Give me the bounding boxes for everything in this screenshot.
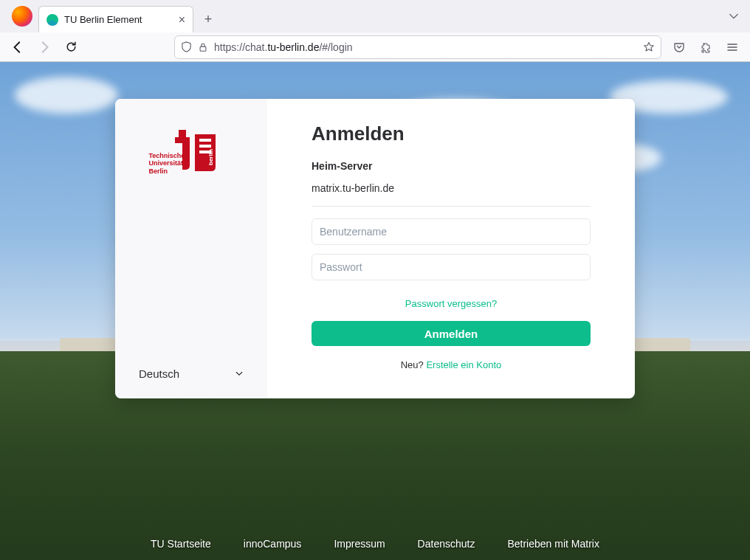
language-label: Deutsch (139, 367, 179, 380)
tab-title: TU Berlin Element (64, 14, 173, 25)
svg-text:berlin: berlin (207, 149, 214, 165)
password-input[interactable] (312, 254, 591, 280)
login-card: berlin Technische Universität Berlin Deu… (115, 99, 635, 398)
browser-tabbar: TU Berlin Element × + (0, 0, 750, 32)
signup-row: Neu? Erstelle ein Konto (312, 359, 591, 370)
chevron-down-icon (235, 367, 244, 380)
reload-button[interactable] (59, 35, 83, 59)
tu-berlin-logo: berlin Technische Universität Berlin (149, 128, 234, 173)
pocket-icon[interactable] (667, 35, 691, 59)
footer-link[interactable]: innoCampus (244, 538, 302, 550)
forward-button (32, 35, 56, 59)
svg-rect-1 (179, 130, 186, 137)
homeserver-value: matrix.tu-berlin.de (312, 182, 591, 207)
cloud-decoration (15, 77, 118, 114)
login-form: Anmelden Heim-Server matrix.tu-berlin.de… (267, 99, 635, 398)
card-sidebar: berlin Technische Universität Berlin Deu… (115, 99, 267, 398)
url-bar[interactable]: https://chat.tu-berlin.de/#/login (174, 35, 661, 59)
back-button[interactable] (6, 35, 30, 59)
url-text: https://chat.tu-berlin.de/#/login (214, 41, 637, 53)
footer-link[interactable]: Betrieben mit Matrix (507, 538, 599, 550)
logo-text: Technische Universität Berlin (149, 152, 185, 175)
footer-link[interactable]: TU Startseite (151, 538, 211, 550)
login-heading: Anmelden (312, 122, 591, 145)
new-tab-button[interactable]: + (198, 9, 219, 30)
footer-links: TU Startseite innoCampus Impressum Daten… (0, 538, 750, 550)
tabs-dropdown-icon[interactable] (723, 6, 744, 27)
browser-tab[interactable]: TU Berlin Element × (38, 6, 193, 32)
bookmark-star-icon[interactable] (643, 41, 655, 53)
browser-toolbar: https://chat.tu-berlin.de/#/login (0, 32, 750, 62)
svg-rect-2 (175, 137, 190, 143)
element-favicon-icon (47, 14, 58, 26)
footer-link[interactable]: Datenschutz (418, 538, 475, 550)
shield-icon[interactable] (181, 41, 192, 52)
lock-icon[interactable] (198, 42, 208, 52)
menu-icon[interactable] (720, 35, 744, 59)
extensions-icon[interactable] (694, 35, 718, 59)
login-submit-button[interactable]: Anmelden (312, 321, 591, 346)
language-selector[interactable]: Deutsch (139, 360, 244, 387)
page-content: berlin Technische Universität Berlin Deu… (0, 62, 750, 560)
svg-rect-0 (200, 46, 206, 51)
username-input[interactable] (312, 218, 591, 245)
create-account-link[interactable]: Erstelle ein Konto (426, 359, 501, 370)
footer-link[interactable]: Impressum (334, 538, 385, 550)
homeserver-label: Heim-Server (312, 160, 591, 172)
firefox-logo-icon (12, 6, 32, 27)
signup-prefix: Neu? (401, 359, 427, 370)
close-tab-icon[interactable]: × (179, 13, 185, 27)
forgot-password-link[interactable]: Passwort vergessen? (312, 298, 591, 309)
